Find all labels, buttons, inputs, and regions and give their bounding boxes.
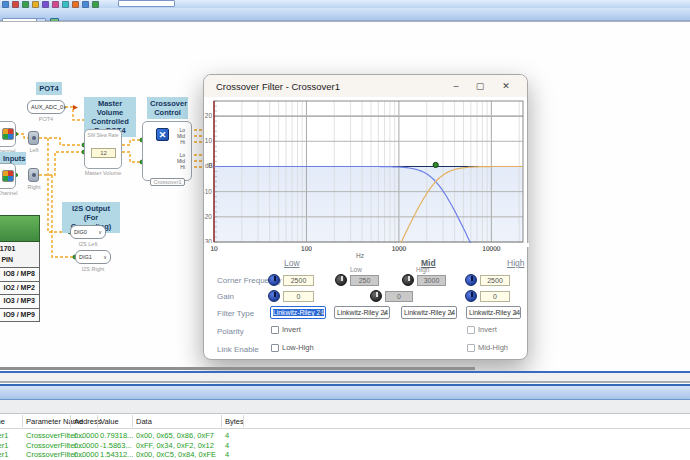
crossover-control-note: Crossover Control xyxy=(147,97,188,119)
dig1-caption: I2S Right xyxy=(75,266,111,272)
table-cell[interactable]: 1.54312... xyxy=(100,450,133,459)
maximize-button[interactable]: ▢ xyxy=(469,78,491,94)
high-corner-field[interactable]: 2500 xyxy=(480,275,510,286)
toolbar-icon[interactable] xyxy=(92,1,99,8)
table-column-header[interactable]: Bytes xyxy=(225,417,244,426)
toolbar-icon[interactable] xyxy=(2,1,9,8)
crossover-caption-box: Crossover1 xyxy=(150,178,185,186)
capture-panel-titlebar[interactable] xyxy=(0,386,690,399)
left-node[interactable] xyxy=(28,131,39,145)
right-node[interactable] xyxy=(28,168,39,182)
gpio-row: IO2 / MP2 xyxy=(0,282,40,296)
tab-high[interactable]: High xyxy=(507,258,524,268)
column-separator xyxy=(243,415,244,427)
high-gain-field[interactable]: 0 xyxy=(480,291,510,302)
chevron-down-icon: ∨ xyxy=(319,307,323,319)
master-volume-caption: Master Volume xyxy=(80,170,126,176)
tab-low[interactable]: Low xyxy=(284,258,300,268)
mid-low-filter-type-dropdown[interactable]: Linkwitz-Riley 24∨ xyxy=(334,306,390,319)
table-cell[interactable]: 0xFF, 0x34, 0xF2, 0x12 xyxy=(136,441,214,450)
chevron-down-icon: ∨ xyxy=(98,229,102,235)
link-mid-high-checkbox[interactable]: Mid-High xyxy=(467,343,508,352)
aux-adc-combo[interactable]: AUX_ADC_0∨ xyxy=(27,100,65,114)
low-filter-type-dropdown[interactable]: Linkwitz-Riley 24∨ xyxy=(270,306,326,319)
dig1-combo[interactable]: DIG1∨ xyxy=(75,250,111,264)
close-button[interactable]: ✕ xyxy=(495,78,517,94)
dialog-titlebar[interactable]: Crossover Filter - Crossover1 – ▢ ✕ xyxy=(204,75,527,97)
high-corner-knob[interactable] xyxy=(465,274,477,286)
low-corner-knob[interactable] xyxy=(268,274,280,286)
table-cell[interactable]: 4 xyxy=(225,450,229,459)
crossover-filter-dialog[interactable]: Crossover Filter - Crossover1 – ▢ ✕ 2010… xyxy=(203,74,528,360)
horizontal-scrollbar-thumb[interactable] xyxy=(0,367,475,370)
svg-text:10: 10 xyxy=(205,137,213,144)
filter-type-label: Filter Type xyxy=(217,309,254,318)
high-filter-type-dropdown[interactable]: Linkwitz-Riley 24∨ xyxy=(466,306,521,319)
gpio-row: IO9 / MP9 xyxy=(0,309,40,323)
table-cell[interactable]: -1.5863... xyxy=(100,441,132,450)
table-cell[interactable]: 4 xyxy=(225,441,229,450)
toolbar-icon[interactable] xyxy=(42,1,49,8)
toolbar-combo[interactable] xyxy=(118,0,175,7)
table-column-header[interactable]: Cell Name xyxy=(0,417,5,426)
mid-gain-knob[interactable] xyxy=(370,290,382,302)
toolbar-icon[interactable] xyxy=(22,1,29,8)
toolbar-icon-strip xyxy=(2,1,99,8)
dialog-title: Crossover Filter - Crossover1 xyxy=(216,81,340,92)
svg-text:20: 20 xyxy=(205,112,213,119)
toolbar-icon[interactable] xyxy=(12,1,19,8)
minimize-button[interactable]: – xyxy=(445,78,467,94)
pot4-note-label: POT4 xyxy=(36,82,62,95)
mid-high-corner-knob[interactable] xyxy=(402,274,414,286)
toolbar-icon[interactable] xyxy=(72,1,79,8)
x-axis-unit-label: Hz xyxy=(350,252,370,259)
input-right-block[interactable] xyxy=(0,163,16,189)
low-gain-knob[interactable] xyxy=(268,290,280,302)
table-cell[interactable]: 0.79318... xyxy=(100,431,133,440)
right-node-caption: Right xyxy=(24,184,44,190)
column-separator xyxy=(97,415,98,427)
frequency-response-chart[interactable]: 20100-10-20-30dB101001000100001010010001… xyxy=(204,97,529,261)
checkbox-icon xyxy=(467,344,475,352)
invert-high-checkbox[interactable]: Invert xyxy=(467,325,497,334)
toolbar-icon[interactable] xyxy=(82,1,89,8)
mid-high-filter-type-dropdown[interactable]: Linkwitz-Riley 24∨ xyxy=(401,306,457,319)
svg-text:-10: -10 xyxy=(204,188,212,195)
crossover-block[interactable]: ✕ LoMidHiLoMidHi xyxy=(142,121,192,181)
table-column-header[interactable]: Data xyxy=(136,417,152,426)
master-volume-block[interactable]: SW Slew Rate 12 xyxy=(84,129,122,169)
secondary-toolbar: ▾ xyxy=(0,8,690,21)
mid-low-corner-knob[interactable] xyxy=(335,274,347,286)
toolbar-icon[interactable] xyxy=(32,1,39,8)
table-cell[interactable]: 0x0000 xyxy=(74,450,99,459)
gpio-row: IO8 / MP8 xyxy=(0,268,40,282)
table-cell[interactable]: 4 xyxy=(225,431,229,440)
high-gain-knob[interactable] xyxy=(465,290,477,302)
crossover-pin-label: Hi xyxy=(171,139,185,145)
checkbox-icon xyxy=(271,326,279,334)
table-cell[interactable]: 0x0000 xyxy=(74,441,99,450)
table-cell[interactable]: 0x0000 xyxy=(74,431,99,440)
gpio-pin-table: ADAU1701 GPIO PIN IO8 / MP8IO2 / MP2IO3 … xyxy=(0,215,40,322)
dig0-combo[interactable]: DIG0∨ xyxy=(70,225,106,239)
link-low-high-checkbox[interactable]: Low-High xyxy=(271,343,314,352)
chevron-down-icon: ∨ xyxy=(103,254,107,260)
input-left-block[interactable] xyxy=(0,121,16,147)
table-column-header[interactable]: Value xyxy=(100,417,119,426)
toolbar-icon[interactable] xyxy=(62,1,69,8)
low-gain-field[interactable]: 0 xyxy=(283,291,314,302)
crossover-frequency-marker[interactable] xyxy=(433,162,438,167)
capture-table[interactable]: Cell NameParameter NameAddressValueDataB… xyxy=(0,414,690,460)
table-cell[interactable]: Crossover1 xyxy=(0,431,8,440)
slew-rate-field[interactable]: 12 xyxy=(91,148,116,158)
table-cell[interactable]: Crossover1 xyxy=(0,441,8,450)
toolbar-icon[interactable] xyxy=(52,1,59,8)
input-right-caption: Right Channel xyxy=(0,190,30,196)
table-cell[interactable]: Crossover1 xyxy=(0,450,8,459)
invert-low-checkbox[interactable]: Invert xyxy=(271,325,301,334)
table-cell[interactable]: 0x00, 0x65, 0x86, 0xF7 xyxy=(136,431,214,440)
x-tick-label: 10000 xyxy=(482,245,500,252)
low-corner-field[interactable]: 2500 xyxy=(283,275,314,286)
table-cell[interactable]: 0x00, 0xC5, 0x84, 0xFE xyxy=(136,450,216,459)
input-channel-icon xyxy=(2,170,14,182)
